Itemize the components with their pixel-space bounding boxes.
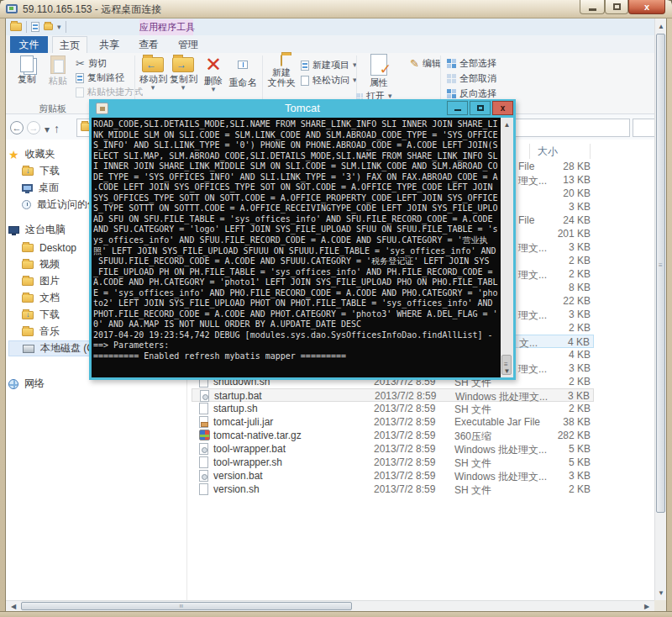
- clipboard-group-label: 剪贴板: [39, 103, 66, 115]
- forward-button[interactable]: →: [27, 121, 40, 134]
- file-name: version.sh: [213, 483, 260, 495]
- scroll-left-icon[interactable]: ◀: [8, 601, 19, 611]
- sidebar-item-label: 音乐: [39, 324, 60, 339]
- network-globe-icon: [8, 379, 18, 389]
- copy-button[interactable]: 复制: [12, 55, 42, 84]
- console-line: DE_TYPE = 'SYS_OFFICES_INFO' AND SLI.LIN…: [93, 172, 501, 183]
- qat-dropdown-icon[interactable]: ▾: [57, 24, 61, 31]
- column-divider[interactable]: [529, 144, 530, 159]
- new-folder-button[interactable]: 新建 文件夹: [267, 55, 296, 87]
- rdp-horizontal-scrollbar[interactable]: ◀ ≡ ▶: [6, 600, 654, 611]
- console-line: ys_offices_info' AND SFUU.FILE_RECORD_CO…: [93, 235, 501, 246]
- invert-selection-button[interactable]: 反向选择: [447, 87, 496, 100]
- file-size: 3 KB: [523, 470, 591, 482]
- rdp-vertical-scrollbar[interactable]: ▲ ≡ ▼: [654, 18, 666, 600]
- paste-shortcut-button[interactable]: 粘贴快捷方式: [76, 86, 143, 98]
- file-size: 8 KB: [523, 282, 591, 293]
- tab-share[interactable]: 共享: [92, 36, 127, 53]
- file-date-modified: 2013/7/2 8:59: [375, 390, 436, 402]
- file-size: 3 KB: [523, 201, 591, 213]
- new-folder-icon: [281, 55, 282, 66]
- rdp-titlebar[interactable]: 59.110.165.153 - 远程桌面连接 x: [0, 0, 672, 18]
- console-scrollbar[interactable]: ▲ ≡ ▼: [501, 118, 513, 377]
- console-line: PHOT.FILE_RECORD_CODE = A.CODE AND PHOT.…: [93, 309, 501, 320]
- tab-file[interactable]: 文件: [10, 36, 48, 53]
- delete-button[interactable]: ✕ 删除 ▾: [202, 55, 225, 93]
- tomcat-console-window[interactable]: Tomcat x ROAD_CODE,SLI.DETAILS_MODE,SLI.…: [89, 99, 516, 380]
- properties-icon: [370, 54, 387, 76]
- sidebar-item-label: Desktop: [39, 242, 76, 254]
- rdp-maximize-button[interactable]: [605, 0, 628, 14]
- scroll-right-icon[interactable]: ▶: [641, 601, 653, 611]
- file-name: tool-wrapper.bat: [213, 443, 286, 455]
- file-type: SH 文件: [454, 483, 491, 498]
- vertical-scroll-thumb[interactable]: [656, 34, 665, 513]
- file-icon-sh: [199, 403, 208, 414]
- rename-button[interactable]: 重命名: [227, 55, 259, 87]
- select-all-button[interactable]: 全部选择: [447, 57, 496, 70]
- table-row[interactable]: startup.bat2013/7/2 8:59Windows 批处理文...3…: [192, 388, 594, 402]
- console-titlebar[interactable]: Tomcat x: [89, 99, 516, 118]
- up-button[interactable]: ↑: [54, 122, 60, 135]
- console-line: ==> Parameters:: [93, 340, 501, 351]
- console-line: 照' LEFT JOIN SYS_FILE_UPLOAD SFUUU ON SF…: [93, 246, 501, 257]
- folder-icon: [22, 328, 34, 336]
- table-row[interactable]: version.bat2013/7/2 8:59Windows 批处理文...3…: [192, 469, 594, 483]
- scroll-down-icon[interactable]: ▼: [655, 587, 667, 599]
- file-size: 3 KB: [522, 390, 590, 402]
- console-scroll-up-icon[interactable]: ▲: [501, 119, 513, 130]
- console-scroll-down-icon[interactable]: ▼: [501, 365, 513, 377]
- console-line: SYS_OFFICES_TYPE SOTT ON SOTT.CODE = A.O…: [93, 193, 501, 204]
- table-row[interactable]: tool-wrapper.bat2013/7/2 8:59Windows 批处理…: [192, 442, 594, 456]
- scroll-up-icon[interactable]: ▲: [655, 20, 667, 32]
- file-icon-sh: [199, 456, 208, 468]
- rdp-window: 59.110.165.153 - 远程桌面连接 x ▾ 应用程序工具 文件 主页…: [0, 0, 672, 617]
- console-line: AD SFU ON SFU.FILE_TABLE = 'sys_offices_…: [93, 214, 501, 225]
- file-name: startup.bat: [214, 390, 262, 402]
- quick-access-toolbar: ▾: [10, 20, 66, 34]
- tab-home[interactable]: 主页: [52, 36, 87, 53]
- console-close-button[interactable]: x: [492, 101, 513, 115]
- console-line: _FILE_UPLOAD PH ON PH.FILE_TABLE = 'sys_…: [93, 267, 501, 278]
- copy-path-button[interactable]: 复制路径: [76, 71, 124, 84]
- table-row[interactable]: tomcat-native.tar.gz2013/7/2 8:59360压缩28…: [192, 429, 594, 442]
- easy-access-button[interactable]: 轻松访问▾: [301, 74, 357, 87]
- file-date-modified: 2013/7/2 8:59: [374, 443, 435, 455]
- move-to-button[interactable]: ← 移动到 ▾: [139, 55, 166, 92]
- folder-icon: [22, 277, 34, 286]
- tab-manage[interactable]: 管理: [171, 36, 206, 53]
- console-line: ========= Enabled refresh mybatis mapper…: [93, 351, 501, 362]
- paste-icon: [50, 55, 66, 74]
- computer-icon: [8, 226, 19, 234]
- qat-properties-icon[interactable]: [31, 22, 39, 32]
- console-minimize-button[interactable]: [447, 101, 468, 115]
- paste-button[interactable]: 粘贴: [44, 55, 72, 86]
- console-maximize-button[interactable]: [470, 101, 491, 115]
- move-to-icon: ←: [142, 57, 164, 72]
- table-row[interactable]: version.sh2013/7/2 8:59SH 文件2 KB: [192, 483, 594, 496]
- rdp-border-bottom: [0, 611, 672, 617]
- back-button[interactable]: ←: [10, 121, 24, 134]
- properties-button[interactable]: 属性: [361, 54, 396, 87]
- column-divider[interactable]: [590, 144, 591, 159]
- tab-view[interactable]: 查看: [131, 36, 166, 53]
- console-line: ELECT SLI.MAP, SLM.ABROAD_CODE,SLI.DETAI…: [93, 151, 501, 162]
- column-header-size[interactable]: 大小: [538, 145, 558, 159]
- table-row[interactable]: startup.sh2013/7/2 8:59SH 文件2 KB: [192, 402, 594, 415]
- file-size: 3 KB: [523, 241, 591, 253]
- folder-down-icon: [22, 311, 34, 319]
- paste-shortcut-icon: [76, 87, 84, 98]
- copy-to-button[interactable]: → 复制到 ▾: [170, 55, 197, 92]
- file-icon-jar: [199, 416, 208, 428]
- table-row[interactable]: tool-wrapper.sh2013/7/2 8:59SH 文件5 KB: [192, 456, 594, 469]
- select-none-button[interactable]: 全部取消: [447, 72, 496, 85]
- rdp-minimize-button[interactable]: [580, 0, 605, 14]
- recent-locations-dropdown-icon[interactable]: ▾: [45, 124, 50, 134]
- qat-new-folder-icon[interactable]: [44, 24, 53, 30]
- horizontal-scroll-thumb[interactable]: [21, 602, 352, 610]
- cut-button[interactable]: ✂ 剪切: [76, 57, 107, 70]
- new-item-button[interactable]: 新建项目▾: [301, 59, 357, 71]
- rdp-close-button[interactable]: x: [628, 0, 665, 14]
- edit-button[interactable]: ✎ 编辑: [410, 57, 441, 70]
- table-row[interactable]: tomcat-juli.jar2013/7/2 8:59Executable J…: [192, 415, 594, 429]
